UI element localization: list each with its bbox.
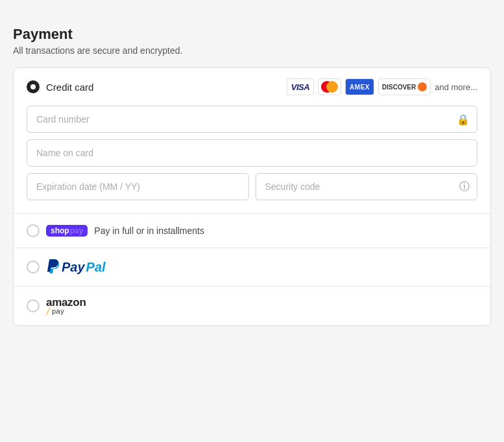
shoppay-label: shop pay Pay in full or in installments	[46, 225, 204, 237]
credit-card-option: Credit card VISA AMEX DISCOVER and more.…	[14, 68, 490, 214]
page-subtitle: All transactions are secure and encrypte…	[13, 45, 491, 56]
expiry-input[interactable]	[27, 173, 249, 200]
card-icons: VISA AMEX DISCOVER and more...	[287, 78, 477, 95]
page-title: Payment	[13, 26, 491, 43]
amazon-smile: ╱	[46, 308, 51, 315]
credit-card-radio[interactable]	[27, 80, 40, 93]
discover-icon: DISCOVER	[378, 78, 431, 95]
paypal-logo: Pay Pal	[46, 259, 106, 275]
shoppay-installments: Pay in full or in installments	[94, 226, 204, 236]
expiry-wrapper	[27, 173, 249, 200]
amazon-pay-text: pay	[52, 308, 64, 315]
visa-icon: VISA	[287, 78, 314, 95]
security-code-wrapper: ⓘ	[256, 173, 478, 200]
credit-card-header[interactable]: Credit card VISA AMEX DISCOVER and more.…	[14, 68, 490, 106]
amazon-pay-radio[interactable]	[27, 299, 40, 312]
card-number-wrapper: 🔒	[27, 106, 477, 133]
name-on-card-input[interactable]	[27, 139, 477, 167]
paypal-radio[interactable]	[27, 261, 40, 273]
shoppay-radio[interactable]	[27, 224, 40, 237]
shoppay-badge: shop pay	[46, 225, 88, 237]
paypal-header[interactable]: Pay Pal	[14, 248, 490, 286]
credit-card-label: Credit card	[46, 82, 93, 93]
mastercard-icon	[318, 78, 341, 95]
card-fields: 🔒 ⓘ	[14, 106, 490, 213]
amex-icon: AMEX	[345, 78, 374, 95]
card-number-input[interactable]	[27, 106, 477, 133]
and-more-label: and more...	[435, 82, 477, 92]
page-wrapper: Payment All transactions are secure and …	[13, 13, 491, 339]
amazon-pay-header[interactable]: amazon ╱ pay	[14, 286, 490, 325]
payment-container: Credit card VISA AMEX DISCOVER and more.…	[13, 67, 491, 326]
amazon-pay-logo: amazon ╱ pay	[46, 297, 86, 315]
paypal-option: Pay Pal	[14, 248, 490, 286]
name-on-card-wrapper	[27, 139, 477, 167]
amazon-text: amazon	[46, 297, 86, 308]
amazon-pay-row: ╱ pay	[46, 308, 64, 315]
paypal-text-pay: Pay	[62, 260, 85, 275]
paypal-icon	[46, 259, 60, 275]
amazon-pay-option: amazon ╱ pay	[14, 286, 490, 325]
paypal-text-pal: Pal	[86, 260, 106, 275]
expiry-security-row: ⓘ	[27, 173, 477, 200]
shoppay-header[interactable]: shop pay Pay in full or in installments	[14, 214, 490, 248]
shoppay-option: shop pay Pay in full or in installments	[14, 214, 490, 248]
security-code-input[interactable]	[256, 173, 478, 200]
